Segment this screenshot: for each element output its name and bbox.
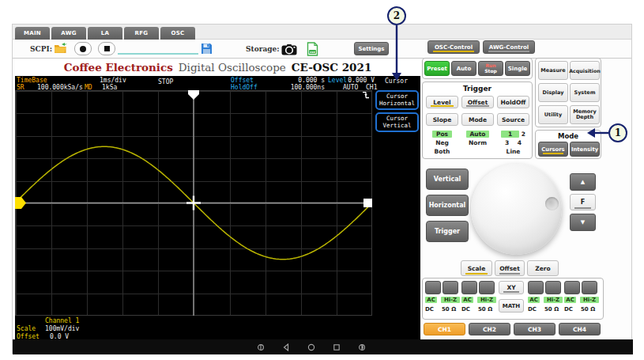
ch3-right-button[interactable] — [545, 281, 561, 294]
menu-panel: Measure Acquisition Display System Utili… — [535, 58, 601, 127]
trigger-mode-button[interactable]: Mode — [461, 113, 494, 126]
run-controls-panel: Preset Auto Run Stop Single — [422, 58, 533, 79]
ch2-coupling-ac[interactable]: AC — [461, 297, 473, 303]
ch1-coupling-dc[interactable]: DC — [425, 306, 434, 313]
nav-extra-left-icon[interactable] — [257, 343, 265, 351]
ch4-left-button[interactable] — [564, 281, 580, 294]
auto-button[interactable]: Auto — [451, 61, 476, 76]
single-button[interactable]: Single — [505, 61, 530, 76]
system-button[interactable]: System — [570, 83, 600, 102]
tab-osc[interactable]: OSC — [160, 27, 195, 40]
slope-option-neg[interactable]: Neg — [426, 138, 458, 147]
camera-screenshot-icon[interactable] — [281, 44, 297, 59]
tab-ch3[interactable]: CH3 — [514, 323, 555, 335]
ch2-impedance-hiz[interactable]: Hi-Z — [477, 297, 496, 303]
slope-option-pos[interactable]: Pos — [432, 131, 452, 138]
scpi-command-input[interactable] — [118, 44, 198, 55]
tab-main[interactable]: MAIN — [15, 27, 50, 40]
tab-osc-control[interactable]: OSC-Control — [427, 40, 480, 54]
stop-button[interactable] — [98, 42, 115, 55]
ch3-impedance-hiz[interactable]: Hi-Z — [544, 297, 563, 303]
ch4-coupling-dc[interactable]: DC — [564, 306, 573, 313]
ch1-impedance-hiz[interactable]: Hi-Z — [441, 297, 460, 303]
tab-awg-control[interactable]: AWG-Control — [483, 40, 535, 54]
source-option-2[interactable]: 2 — [522, 131, 525, 138]
intensity-mode-button[interactable]: Intensity — [570, 142, 600, 157]
ch2-left-button[interactable] — [461, 281, 477, 294]
run-stop-button[interactable]: Run Stop — [478, 61, 503, 76]
arrow-down-button[interactable]: ▼ — [570, 214, 596, 231]
ch2-impedance-50[interactable]: 50 Ω — [478, 306, 492, 313]
ch3-left-button[interactable] — [528, 281, 544, 294]
mode-option-norm[interactable]: Norm — [461, 138, 494, 147]
horizontal-knob-button[interactable]: Horizontal — [426, 195, 469, 216]
utility-button[interactable]: Utility — [538, 105, 568, 124]
ch3-coupling-ac[interactable]: AC — [528, 297, 540, 303]
zero-adjust-button[interactable]: Zero — [527, 260, 559, 276]
tab-ch4[interactable]: CH4 — [559, 323, 601, 335]
acquisition-button[interactable]: Acquisition — [570, 61, 600, 80]
slope-option-both[interactable]: Both — [426, 147, 458, 156]
arrow-up-button[interactable]: ▲ — [570, 173, 596, 191]
nav-recents-icon[interactable] — [333, 343, 341, 351]
trigger-offset-button[interactable]: Offset — [461, 96, 494, 108]
source-option-3[interactable]: 3 — [505, 139, 509, 146]
trigger-holdoff-button[interactable]: HoldOff — [497, 96, 529, 108]
tab-awg[interactable]: AWG — [51, 27, 86, 40]
source-option-4[interactable]: 4 — [518, 139, 522, 146]
open-folder-icon[interactable] — [54, 42, 68, 58]
record-icon — [80, 46, 86, 52]
ch4-coupling-ac[interactable]: AC — [564, 297, 576, 303]
timebase-label: TimeBase — [17, 77, 47, 84]
mode-option-auto[interactable]: Auto — [466, 131, 490, 138]
channel-info-title: Channel 1 — [45, 317, 79, 324]
ch2-coupling-dc[interactable]: DC — [461, 306, 470, 313]
cursor-vertical-button[interactable]: Cursor Vertical — [375, 112, 419, 132]
ch1-left-button[interactable] — [425, 281, 441, 294]
rotary-knob[interactable] — [471, 164, 562, 255]
csv-export-icon[interactable]: csv — [307, 42, 318, 59]
ch4-impedance-hiz[interactable]: Hi-Z — [580, 297, 599, 303]
brand-name: Coffee Electronics — [64, 61, 173, 74]
ch1-right-button[interactable] — [443, 281, 458, 294]
cursor-horizontal-button[interactable]: Cursor Horizontal — [375, 90, 419, 110]
channel-offset-marker[interactable] — [15, 197, 26, 209]
nav-extra-right-icon[interactable] — [358, 343, 366, 351]
trigger-level-button[interactable]: Level — [426, 96, 458, 108]
tab-rfg[interactable]: RFG — [124, 27, 159, 40]
ch1-impedance-50[interactable]: 50 Ω — [442, 306, 456, 313]
vertical-knob-button[interactable]: Vertical — [426, 169, 469, 190]
scale-adjust-button[interactable]: Scale — [461, 260, 492, 276]
tab-la[interactable]: LA — [88, 27, 122, 40]
xy-button[interactable]: XY — [499, 281, 524, 294]
trigger-position-marker[interactable] — [188, 90, 199, 100]
ch3-coupling-dc[interactable]: DC — [528, 306, 537, 313]
memory-depth-button[interactable]: Memory Depth — [570, 105, 600, 124]
offset-adjust-button[interactable]: Offset — [495, 260, 525, 276]
record-button[interactable] — [74, 42, 92, 55]
nav-back-icon[interactable] — [282, 343, 290, 351]
tab-ch2[interactable]: CH2 — [469, 323, 510, 335]
nav-home-icon[interactable] — [307, 343, 315, 351]
trigger-level-marker[interactable] — [363, 199, 372, 207]
ch4-impedance-50[interactable]: 50 Ω — [581, 306, 595, 313]
preset-button[interactable]: Preset — [424, 61, 450, 76]
ch3-impedance-50[interactable]: 50 Ω — [544, 306, 559, 313]
display-button[interactable]: Display — [538, 83, 568, 102]
trigger-slope-button[interactable]: Slope — [426, 113, 458, 126]
ch4-right-button[interactable] — [582, 281, 597, 294]
trigger-knob-button[interactable]: Trigger — [426, 221, 469, 242]
tab-ch1[interactable]: CH1 — [424, 323, 465, 335]
math-button[interactable]: MATH — [499, 299, 524, 313]
measure-button[interactable]: Measure — [538, 61, 568, 80]
screenshot-page: MAIN AWG LA RFG OSC SCPI: — [0, 0, 644, 360]
cursors-mode-button[interactable]: Cursors — [538, 142, 568, 157]
source-option-line[interactable]: Line — [497, 147, 529, 156]
save-floppy-icon[interactable] — [201, 43, 213, 58]
ch1-coupling-ac[interactable]: AC — [425, 297, 437, 303]
f-button[interactable]: F — [570, 194, 596, 210]
trigger-source-button[interactable]: Source — [497, 113, 529, 126]
settings-button[interactable]: Settings — [354, 42, 389, 55]
source-option-1[interactable]: 1 — [501, 131, 519, 138]
ch2-right-button[interactable] — [479, 281, 495, 294]
